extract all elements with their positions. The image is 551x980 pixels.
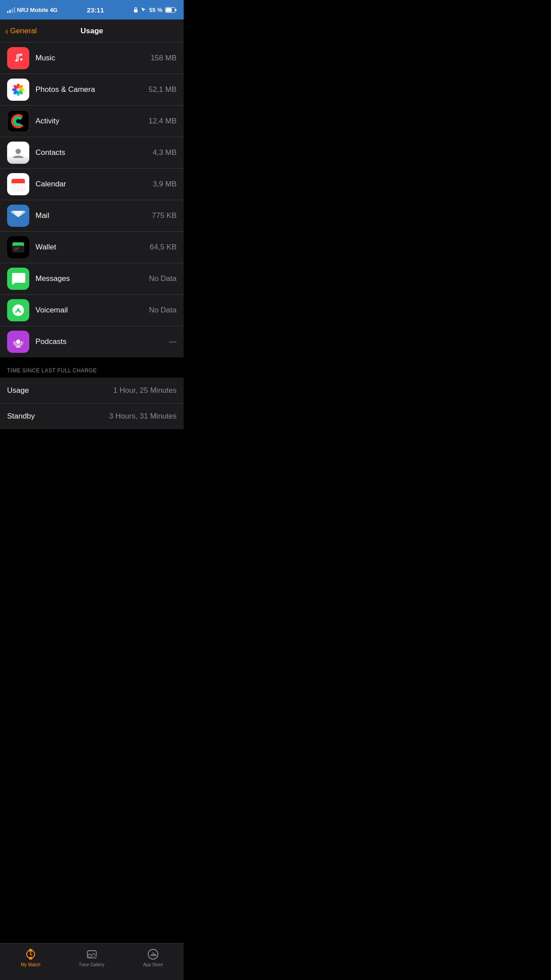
voicemail-icon [12, 304, 25, 317]
status-bar: NRJ Mobile 4G 23:11 55 % [0, 0, 184, 20]
app-size: 158 MB [150, 54, 177, 63]
app-size: 775 KB [152, 211, 177, 220]
list-item[interactable]: Photos & Camera 52,1 MB [0, 74, 184, 106]
signal-bars [7, 7, 15, 13]
svg-rect-3 [166, 8, 172, 12]
svg-rect-38 [14, 248, 20, 249]
list-item[interactable]: Activity 12,4 MB [0, 106, 184, 137]
voicemail-app-icon [7, 299, 29, 321]
app-name: Calendar [35, 180, 153, 189]
app-size: No Data [149, 306, 177, 315]
podcasts-icon [11, 335, 25, 349]
app-size: — [169, 337, 177, 346]
standby-row: Standby 3 Hours, 31 Minutes [0, 403, 184, 429]
standby-label: Standby [7, 412, 35, 421]
photos-app-icon [7, 79, 29, 101]
list-item[interactable]: Contacts 4,3 MB [0, 137, 184, 169]
wallet-app-icon [7, 236, 29, 258]
svg-rect-37 [12, 246, 24, 252]
list-item[interactable]: Wallet 64,5 KB [0, 232, 184, 263]
wallet-icon [10, 239, 27, 256]
svg-rect-24 [12, 182, 25, 183]
svg-rect-39 [14, 249, 18, 250]
messages-icon [11, 272, 25, 285]
list-item[interactable]: Messages No Data [0, 263, 184, 295]
svg-point-43 [16, 340, 20, 344]
usage-row: Usage 1 Hour, 25 Minutes [0, 378, 184, 403]
standby-value: 3 Hours, 31 Minutes [109, 412, 177, 421]
list-item[interactable]: Music 158 MB [0, 43, 184, 74]
app-name: Photos & Camera [35, 85, 149, 94]
app-name: Contacts [35, 148, 153, 157]
usage-list: Usage 1 Hour, 25 Minutes Standby 3 Hours… [0, 378, 184, 429]
app-name: Messages [35, 274, 149, 283]
contacts-app-icon [7, 142, 29, 164]
activity-icon [10, 113, 27, 130]
svg-point-6 [20, 59, 23, 61]
battery-label: 55 % [149, 7, 162, 13]
back-label: General [10, 27, 37, 36]
app-size: 12,4 MB [149, 117, 177, 126]
app-name: Activity [35, 117, 149, 126]
app-name: Podcasts [35, 337, 169, 346]
app-size: No Data [149, 274, 177, 283]
app-size: 4,3 MB [153, 148, 177, 157]
svg-rect-2 [175, 9, 177, 11]
app-size: 52,1 MB [149, 85, 177, 94]
music-icon [12, 51, 25, 65]
status-left: NRJ Mobile 4G [7, 7, 58, 13]
list-item[interactable]: Calendar 3,9 MB [0, 169, 184, 200]
back-chevron-icon: ‹ [5, 27, 8, 36]
svg-point-41 [20, 311, 21, 313]
page-title: Usage [80, 27, 103, 36]
back-button[interactable]: ‹ General [5, 27, 37, 36]
app-list: Music 158 MB Photos & Camera 52,1 MB [0, 43, 184, 357]
podcasts-app-icon [7, 331, 29, 353]
section-separator: TIME SINCE LAST FULL CHARGE [0, 357, 184, 378]
app-size: 64,5 KB [150, 243, 177, 252]
usage-label: Usage [7, 386, 29, 395]
svg-point-40 [15, 311, 17, 313]
contacts-icon [11, 146, 25, 160]
photos-icon [10, 82, 26, 98]
calendar-app-icon [7, 173, 29, 195]
battery-icon [165, 7, 177, 13]
app-name: Wallet [35, 243, 150, 252]
svg-rect-0 [134, 9, 138, 12]
list-item[interactable]: Mail 775 KB [0, 200, 184, 232]
app-name: Voicemail [35, 306, 149, 315]
app-size: 3,9 MB [153, 180, 177, 189]
carrier-label: NRJ Mobile 4G [17, 7, 58, 13]
location-icon [141, 7, 146, 12]
lock-icon [133, 7, 138, 13]
svg-point-21 [16, 149, 21, 154]
time-label: 23:11 [87, 6, 104, 14]
list-item[interactable]: Voicemail No Data [0, 295, 184, 326]
svg-point-16 [16, 88, 20, 91]
app-name: Mail [35, 211, 152, 220]
list-item[interactable]: Podcasts — [0, 326, 184, 357]
calendar-icon [11, 177, 26, 192]
messages-app-icon [7, 268, 29, 290]
activity-app-icon [7, 110, 29, 132]
mail-app-icon [7, 205, 29, 227]
app-name: Music [35, 54, 150, 63]
mail-icon [11, 210, 26, 221]
music-app-icon [7, 47, 29, 69]
status-right: 55 % [133, 7, 177, 13]
usage-value: 1 Hour, 25 Minutes [113, 386, 177, 395]
section-label: TIME SINCE LAST FULL CHARGE [7, 368, 97, 374]
svg-point-5 [16, 59, 18, 62]
nav-bar: ‹ General Usage [0, 20, 184, 43]
